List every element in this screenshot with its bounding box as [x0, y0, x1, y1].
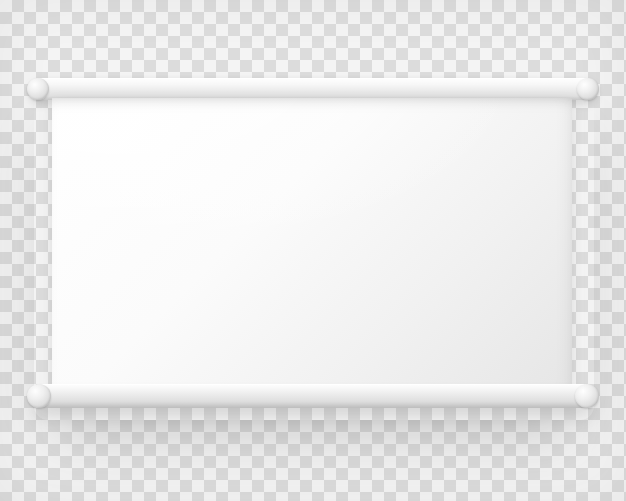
projector-screen-top-bar: [30, 78, 596, 100]
top-bar-endcap-right: [577, 78, 599, 100]
transparency-background: [0, 0, 626, 501]
bottom-bar-endcap-left: [27, 384, 51, 408]
projector-screen-surface: [52, 98, 572, 388]
bottom-bar-endcap-right: [575, 384, 599, 408]
top-bar-endcap-left: [27, 78, 49, 100]
projector-screen-bottom-bar: [30, 384, 596, 408]
